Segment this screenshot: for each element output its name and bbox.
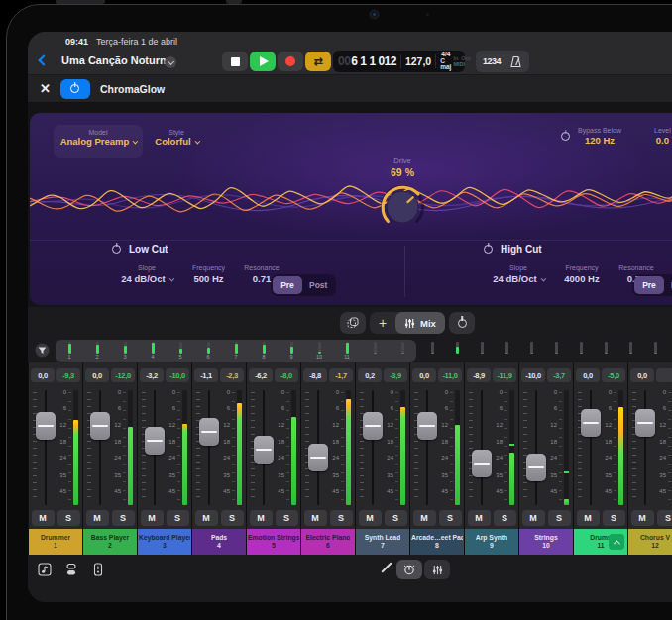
track-name-banner[interactable]: Pads 4	[192, 529, 246, 555]
connectors-icon[interactable]	[64, 563, 78, 576]
peak-value[interactable]	[656, 368, 672, 382]
solo-button[interactable]: S	[494, 510, 516, 526]
volume-value[interactable]: 0,0	[576, 368, 600, 382]
track-name-banner[interactable]: Emotion Strings 5	[247, 529, 300, 555]
high-cut-frequency[interactable]: Frequency 4000 Hz	[553, 264, 611, 284]
peak-value[interactable]: -9,3	[56, 368, 80, 382]
overview-offscreen-tracks[interactable]	[420, 340, 672, 362]
track-name-banner[interactable]: Electric Piano 6	[301, 529, 355, 555]
level-control[interactable]: Level 0.0	[654, 127, 671, 146]
play-button[interactable]	[250, 52, 276, 71]
volume-value[interactable]: -8,8	[303, 368, 327, 382]
mute-button[interactable]: M	[631, 510, 654, 526]
model-selector[interactable]: Model Analog Preamp	[54, 125, 143, 158]
mixer-power-button[interactable]	[449, 312, 475, 334]
fader-cap[interactable]	[36, 412, 56, 440]
high-cut-slope[interactable]: Slope 24 dB/Oct	[484, 264, 553, 284]
low-cut-post-button[interactable]: Post	[302, 276, 334, 294]
song-menu-chevron-icon[interactable]	[165, 56, 176, 68]
mute-button[interactable]: M	[577, 510, 600, 526]
volume-value[interactable]: 0,0	[630, 368, 654, 382]
fader-cap[interactable]	[472, 450, 492, 477]
mute-button[interactable]: M	[359, 510, 382, 526]
volume-value[interactable]: 0,0	[85, 368, 109, 382]
fader-cap[interactable]	[308, 444, 328, 471]
track-name-banner[interactable]: Bass Player 2	[83, 529, 137, 555]
edit-pencil-icon[interactable]	[381, 562, 392, 572]
track-name-banner[interactable]: Chorus V 12	[628, 529, 672, 555]
filter-icon[interactable]	[35, 343, 50, 358]
track-name-banner[interactable]: Drummer 1	[29, 529, 82, 555]
track-name-banner[interactable]: Arcade…eet Pad 8	[410, 529, 464, 555]
low-cut-pre-button[interactable]: Pre	[273, 276, 302, 294]
peak-value[interactable]: -11,9	[493, 368, 516, 382]
mute-button[interactable]: M	[250, 510, 273, 526]
peak-value[interactable]: -3,9	[384, 368, 407, 382]
low-cut-slope[interactable]: Slope 24 dB/Oct	[112, 264, 181, 284]
add-track-button[interactable]: +	[370, 314, 395, 332]
mute-button[interactable]: M	[86, 510, 109, 526]
mute-button[interactable]: M	[195, 510, 218, 526]
peak-value[interactable]: -11,0	[438, 368, 462, 382]
peak-value[interactable]: -8,0	[275, 368, 298, 382]
volume-value[interactable]: 0,0	[31, 368, 55, 382]
high-cut-power-icon[interactable]	[484, 245, 493, 254]
lcd-display[interactable]: 00 6 1 1 012 127,0 4/4 C maj In Out MIDI	[333, 51, 465, 72]
count-in-button[interactable]: 1234	[483, 56, 501, 66]
overview-visible-range[interactable]: 1234567891011	[56, 340, 416, 362]
volume-value[interactable]: -6,2	[249, 368, 273, 382]
peak-value[interactable]: -2,3	[220, 368, 244, 382]
close-plugin-button[interactable]: ✕	[40, 82, 51, 95]
mute-button[interactable]: M	[522, 510, 545, 526]
bypass-below-control[interactable]: Bypass Below 120 Hz	[561, 127, 621, 146]
fader-cap[interactable]	[363, 412, 383, 440]
track-name-banner[interactable]: Keyboard Player 3	[138, 529, 191, 555]
volume-value[interactable]: 0,2	[358, 368, 382, 382]
metronome-icon[interactable]	[509, 55, 522, 68]
solo-button[interactable]: S	[385, 510, 407, 526]
fader-cap[interactable]	[90, 412, 110, 440]
mute-button[interactable]: M	[32, 510, 55, 526]
collapse-summing-stack-button[interactable]	[609, 534, 624, 550]
mute-button[interactable]: M	[413, 510, 436, 526]
record-button[interactable]	[278, 52, 303, 71]
controls-view-button[interactable]	[396, 560, 422, 579]
peak-value[interactable]: -10,0	[166, 368, 189, 382]
mixer-view-button[interactable]	[424, 560, 450, 579]
volume-value[interactable]: -3,2	[140, 368, 164, 382]
mix-view-button[interactable]: Mix	[395, 312, 445, 334]
volume-value[interactable]: 0,0	[412, 368, 436, 382]
keyboard-icon[interactable]	[92, 563, 104, 576]
track-name-banner[interactable]: Arp Synth 9	[465, 529, 518, 555]
solo-button[interactable]: S	[603, 510, 625, 526]
song-title[interactable]: Uma Canção Noturna	[61, 54, 172, 66]
solo-button[interactable]: S	[330, 510, 353, 526]
fader-cap[interactable]	[254, 436, 274, 464]
mute-button[interactable]: M	[304, 510, 327, 526]
mute-button[interactable]: M	[141, 510, 164, 526]
volume-value[interactable]: -10,0	[521, 368, 545, 382]
drive-knob[interactable]	[378, 182, 427, 232]
solo-button[interactable]: S	[276, 510, 298, 526]
solo-button[interactable]: S	[221, 510, 244, 526]
solo-button[interactable]: S	[112, 510, 135, 526]
high-cut-post-button[interactable]: Post	[664, 276, 672, 294]
peak-value[interactable]: -5,0	[602, 368, 625, 382]
back-chevron-icon[interactable]	[38, 54, 49, 65]
fader-cap[interactable]	[145, 427, 165, 455]
solo-button[interactable]: S	[657, 510, 672, 526]
track-overview-strip[interactable]: 1234567891011	[28, 339, 672, 362]
loops-browser-icon[interactable]	[38, 563, 52, 576]
solo-button[interactable]: S	[439, 510, 462, 526]
duplicate-button[interactable]	[340, 312, 366, 334]
track-name-banner[interactable]: Strings 10	[519, 529, 573, 555]
fader-cap[interactable]	[526, 454, 546, 481]
solo-button[interactable]: S	[548, 510, 571, 526]
plugin-power-button[interactable]	[60, 79, 90, 99]
low-cut-frequency[interactable]: Frequency 500 Hz	[181, 264, 236, 284]
cycle-button[interactable]: ⇄	[305, 52, 331, 71]
high-cut-pre-button[interactable]: Pre	[634, 276, 664, 294]
stop-button[interactable]	[222, 52, 248, 71]
volume-value[interactable]: -8,9	[467, 368, 491, 382]
fader-cap[interactable]	[199, 418, 219, 446]
